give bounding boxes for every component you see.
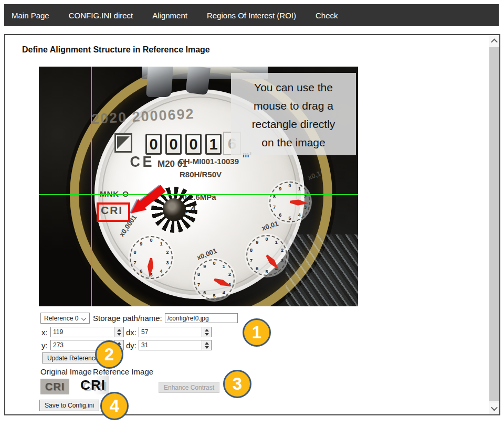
dial-digit: 0: [150, 238, 152, 243]
counter-digit: 0: [185, 134, 202, 155]
dx-input[interactable]: [139, 327, 205, 337]
reference-select[interactable]: Reference 0: [40, 313, 90, 324]
logo-triangle: [117, 136, 130, 149]
dial-digit: 5: [288, 216, 291, 221]
nav-item-alignment[interactable]: Alignment: [152, 11, 187, 20]
spinner-up-icon[interactable]: [205, 329, 209, 331]
meter-logo-icon: [114, 133, 132, 153]
drag-hint-overlay: You can use the mouse to drag a rectangl…: [231, 73, 356, 155]
nav-item-roi[interactable]: Regions Of Interest (ROI): [207, 11, 296, 20]
dial-digit: 8: [134, 250, 136, 255]
photo-glare-streaks: [286, 234, 358, 306]
dx-field-label: dx:: [126, 328, 136, 337]
alignment-marker-rect[interactable]: [97, 202, 130, 222]
dial-digit: 0: [213, 261, 215, 266]
dial-digit: 5: [265, 269, 268, 274]
dial-digit: 8: [197, 272, 200, 277]
reference-select-value: Reference 0: [44, 315, 78, 322]
spinner-down-icon[interactable]: [205, 333, 209, 336]
page: Main Page CONFIG.INI direct Alignment Re…: [0, 0, 504, 428]
dial-digit: 3: [304, 205, 307, 210]
meter-dial-x0,001: 0123456789: [192, 258, 236, 302]
drag-hint-line: rectangle directly: [231, 115, 356, 133]
x-input[interactable]: [51, 327, 117, 337]
nav-item-main-page[interactable]: Main Page: [12, 11, 49, 20]
dx-stepper[interactable]: [139, 327, 212, 337]
alignment-crosshair-horizontal: [39, 194, 358, 195]
dial-digit: 2: [228, 272, 231, 277]
counter-digit: 1: [205, 134, 222, 155]
counter-digit: 0: [165, 134, 182, 155]
dy-field-label: dy:: [126, 341, 136, 350]
dial-digit: 2: [281, 248, 284, 253]
chevron-down-icon: [81, 316, 87, 321]
storage-path-label: Storage path/name:: [93, 314, 162, 323]
scroll-down-button[interactable]: [489, 403, 499, 414]
drag-hint-line: mouse to drag a: [231, 97, 356, 115]
dial-digit: 4: [298, 212, 301, 218]
spinner-up-icon[interactable]: [117, 329, 121, 331]
reference-image-canvas[interactable]: 2020 2000692 0 0 0 1 6 m³ CE M20 01 CH-M…: [39, 67, 358, 306]
dial-digit: 4: [160, 269, 163, 274]
storage-path-input[interactable]: [165, 313, 238, 323]
update-reference-button[interactable]: Update Reference: [42, 352, 103, 363]
spinner-down-icon[interactable]: [117, 333, 121, 336]
drag-hint-line: on the image: [231, 133, 356, 152]
original-image-thumbnail: CRI: [40, 379, 69, 394]
dial-digit: 8: [250, 248, 253, 253]
dial-digit: 7: [250, 258, 253, 263]
dy-stepper[interactable]: [139, 340, 212, 350]
dial-digit: 6: [279, 212, 281, 218]
annotation-step-2: 2: [95, 340, 123, 369]
star-wheel-hub: [163, 198, 186, 221]
x-field-label: x:: [41, 328, 48, 337]
dial-digit: 9: [256, 240, 258, 245]
meter-dial-x0,0001: 0123456789: [128, 234, 174, 281]
dy-spinner[interactable]: [202, 340, 211, 350]
x-stepper[interactable]: [50, 327, 124, 337]
meter-module-code: CH-MI001-10039: [178, 157, 239, 166]
dial-digit: 1: [298, 186, 301, 191]
spinner-down-icon[interactable]: [205, 346, 209, 349]
annotation-step-4: 4: [100, 392, 129, 420]
x-spinner[interactable]: [114, 327, 123, 337]
dial-digit: 9: [203, 264, 206, 269]
scrollbar-thumb[interactable]: [489, 47, 499, 401]
enhance-contrast-button[interactable]: Enhance Contrast: [159, 382, 219, 393]
dial-digit: 6: [203, 290, 206, 295]
annotation-step-1: 1: [243, 318, 271, 347]
nav-item-config-ini[interactable]: CONFIG.INI direct: [69, 11, 133, 20]
scroll-up-button[interactable]: [489, 36, 499, 47]
chevron-down-icon: [491, 404, 498, 411]
dial-digit: 3: [166, 260, 169, 265]
dx-spinner[interactable]: [202, 327, 211, 337]
dial-digit: 5: [213, 293, 215, 298]
dial-digit: 4: [223, 290, 225, 295]
page-title: Define Alignment Structure in Reference …: [22, 45, 210, 55]
vertical-scrollbar[interactable]: [489, 36, 499, 414]
dial-digit: 0: [265, 237, 268, 242]
save-to-config-button[interactable]: Save to Config.ini: [39, 400, 99, 411]
nav-item-check[interactable]: Check: [316, 11, 338, 20]
meter-dial-x0,01: 0123456789: [245, 233, 289, 277]
counter-digit: 0: [145, 134, 162, 155]
dial-digit: 1: [160, 241, 163, 247]
original-image-label: Original Image: [40, 367, 92, 376]
spinner-up-icon[interactable]: [205, 342, 209, 345]
chevron-up-icon: [491, 39, 498, 46]
meter-clip-right: [185, 67, 211, 95]
meter-clip-left: [146, 67, 173, 97]
meter-dial-x0,1: 0123456789: [268, 180, 312, 224]
top-nav-bar: Main Page CONFIG.INI direct Alignment Re…: [4, 4, 499, 26]
dial-digit: 9: [140, 241, 142, 247]
reference-image-thumbnail: CRI: [77, 376, 109, 394]
dial-digit: 7: [134, 260, 136, 265]
drag-hint-line: You can use the: [231, 78, 356, 97]
meter-ratio-label: R80H/R50V: [180, 170, 222, 179]
y-field-label: y:: [41, 341, 48, 350]
dial-digit: 7: [197, 282, 200, 287]
dial-digit: 7: [273, 205, 276, 210]
annotation-step-3: 3: [223, 370, 251, 398]
dy-input[interactable]: [139, 340, 205, 350]
dial-digit: 3: [281, 258, 284, 263]
